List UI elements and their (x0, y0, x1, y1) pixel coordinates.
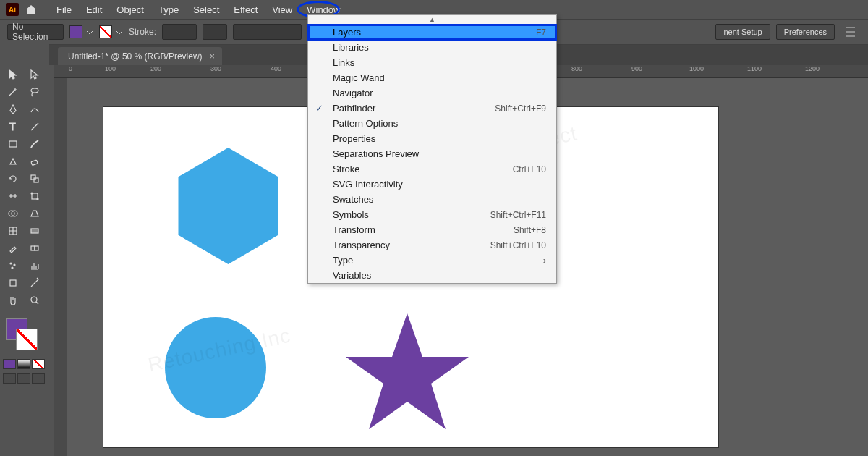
chevron-down-icon[interactable] (86, 28, 93, 35)
menu-item-pathfinder[interactable]: ✓PathfinderShift+Ctrl+F9 (308, 101, 556, 116)
menu-file[interactable]: File (49, 1, 79, 18)
menu-select[interactable]: Select (186, 1, 226, 18)
blend-tool[interactable] (25, 240, 45, 256)
scroll-up-icon[interactable]: ▲ (308, 15, 556, 25)
menu-item-label: SVG Interactivity (333, 179, 403, 190)
menu-edit[interactable]: Edit (79, 1, 109, 18)
menu-item-swatches[interactable]: Swatches (308, 192, 556, 207)
menu-type[interactable]: Type (151, 1, 186, 18)
ruler-tick: 0 (69, 65, 72, 72)
scale-tool[interactable] (25, 171, 45, 187)
artboard-tool[interactable] (3, 275, 23, 291)
brush-select[interactable] (233, 24, 302, 40)
document-setup-button[interactable]: nent Setup (715, 24, 770, 40)
menu-item-variables[interactable]: Variables (308, 268, 556, 283)
ruler-tick: 200 (150, 65, 161, 72)
hexagon-shape[interactable] (179, 148, 278, 264)
menu-item-shortcut: Shift+Ctrl+F9 (495, 104, 546, 114)
menu-item-transform[interactable]: TransformShift+F8 (308, 222, 556, 237)
stroke-swatch[interactable] (99, 25, 112, 38)
selection-tool[interactable] (3, 67, 23, 83)
menu-item-shortcut: Ctrl+F10 (513, 164, 546, 174)
menu-view[interactable]: View (265, 1, 299, 18)
pen-tool[interactable] (3, 101, 23, 117)
align-icon[interactable] (841, 24, 861, 40)
paintbrush-tool[interactable] (25, 136, 45, 152)
menu-item-layers[interactable]: LayersF7 (308, 25, 556, 40)
width-tool[interactable] (3, 188, 23, 204)
color-mode-swatch[interactable] (3, 359, 16, 369)
circle-shape[interactable] (165, 317, 266, 418)
preferences-button[interactable]: Preferences (776, 24, 835, 40)
svg-text:T: T (9, 121, 16, 132)
home-icon[interactable] (25, 3, 38, 16)
window-menu-dropdown: ▲ LayersF7LibrariesLinksMagic WandNaviga… (307, 14, 557, 284)
lasso-tool[interactable] (25, 84, 45, 100)
gradient-mode-swatch[interactable] (17, 359, 30, 369)
menu-item-magic-wand[interactable]: Magic Wand (308, 70, 556, 85)
menu-item-properties[interactable]: Properties (308, 131, 556, 146)
draw-normal-icon[interactable] (3, 373, 16, 384)
menu-item-pattern-options[interactable]: Pattern Options (308, 116, 556, 131)
menu-object[interactable]: Object (109, 1, 151, 18)
curvature-tool[interactable] (25, 101, 45, 117)
free-transform-tool[interactable] (25, 188, 45, 204)
direct-selection-tool[interactable] (25, 67, 45, 83)
zoom-tool[interactable] (25, 292, 45, 308)
menu-item-separations-preview[interactable]: Separations Preview (308, 146, 556, 161)
slice-tool[interactable] (25, 275, 45, 291)
star-shape[interactable] (346, 313, 469, 429)
line-tool[interactable] (25, 119, 45, 135)
menu-item-label: Symbols (333, 209, 369, 220)
svg-rect-4 (31, 175, 35, 180)
svg-rect-5 (34, 178, 38, 182)
hand-tool[interactable] (3, 292, 23, 308)
mesh-tool[interactable] (3, 223, 23, 239)
ruler-vertical (54, 78, 67, 456)
chevron-down-icon[interactable] (116, 28, 123, 35)
type-tool[interactable]: T (3, 119, 23, 135)
fill-swatch[interactable] (69, 25, 82, 38)
menu-item-libraries[interactable]: Libraries (308, 40, 556, 55)
menu-item-shortcut: Shift+Ctrl+F10 (490, 240, 546, 250)
eraser-tool[interactable] (25, 153, 45, 169)
menu-item-shortcut: F7 (536, 28, 546, 38)
draw-behind-icon[interactable] (17, 373, 30, 384)
menu-item-stroke[interactable]: StrokeCtrl+F10 (308, 161, 556, 177)
stroke-style-select[interactable] (203, 24, 227, 40)
none-mode-swatch[interactable] (32, 359, 45, 369)
menu-item-svg-interactivity[interactable]: SVG Interactivity (308, 177, 556, 192)
menu-item-links[interactable]: Links (308, 55, 556, 70)
draw-inside-icon[interactable] (32, 373, 45, 384)
eyedropper-tool[interactable] (3, 240, 23, 256)
stroke-weight-input[interactable] (162, 24, 197, 40)
menu-item-type[interactable]: Type› (308, 253, 556, 268)
toolbox: T (0, 42, 49, 456)
fill-swatch-group[interactable] (69, 25, 93, 38)
rectangle-tool[interactable] (3, 136, 23, 152)
menu-item-transparency[interactable]: TransparencyShift+Ctrl+F10 (308, 237, 556, 253)
menu-item-label: Pathfinder (333, 103, 375, 114)
menu-item-label: Layers (333, 27, 361, 38)
magic-wand-tool[interactable] (3, 84, 23, 100)
document-tab[interactable]: Untitled-1* @ 50 % (RGB/Preview) × (58, 47, 222, 65)
check-icon: ✓ (315, 103, 323, 114)
ruler-tick: 1200 (805, 65, 820, 72)
close-icon[interactable]: × (210, 51, 216, 62)
shape-builder-tool[interactable] (3, 206, 23, 221)
gradient-tool[interactable] (25, 223, 45, 239)
shaper-tool[interactable] (3, 153, 23, 169)
graph-tool[interactable] (25, 258, 45, 274)
symbol-sprayer-tool[interactable] (3, 258, 23, 274)
menu-item-navigator[interactable]: Navigator (308, 85, 556, 101)
menu-item-shortcut: Shift+Ctrl+F11 (490, 210, 546, 220)
svg-rect-2 (9, 141, 17, 147)
rotate-tool[interactable] (3, 171, 23, 187)
menu-effect[interactable]: Effect (226, 1, 265, 18)
stroke-swatch-group[interactable] (99, 25, 123, 38)
menu-item-label: Transparency (333, 240, 390, 250)
perspective-tool[interactable] (25, 206, 45, 221)
menu-item-label: Navigator (333, 88, 373, 98)
stroke-swatch-large[interactable] (16, 329, 38, 350)
menu-item-symbols[interactable]: SymbolsShift+Ctrl+F11 (308, 207, 556, 222)
